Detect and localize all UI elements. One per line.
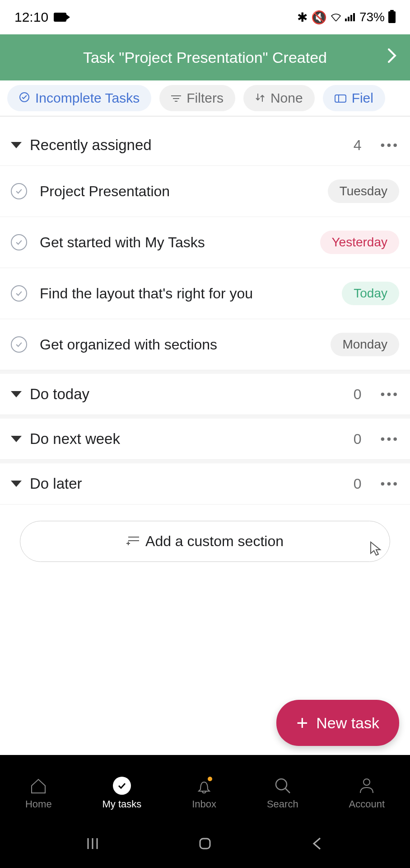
- nav-my-tasks-label: My tasks: [102, 798, 142, 810]
- nav-search[interactable]: Search: [267, 777, 298, 810]
- add-section-label: Add a custom section: [145, 533, 284, 550]
- task-complete-checkbox[interactable]: [11, 285, 27, 302]
- task-date-badge: Yesterday: [320, 231, 400, 254]
- task-title: Get organized with sections: [40, 336, 318, 353]
- home-icon: [29, 777, 47, 795]
- wifi-icon: [331, 10, 341, 24]
- chevron-down-icon: [11, 142, 22, 148]
- task-date-badge: Tuesday: [328, 179, 399, 203]
- nav-my-tasks[interactable]: My tasks: [102, 777, 142, 810]
- more-icon[interactable]: •••: [381, 432, 399, 446]
- more-icon[interactable]: •••: [381, 476, 399, 491]
- fields-icon: [335, 90, 346, 106]
- camera-icon: [54, 13, 66, 22]
- plus-icon: +: [296, 712, 308, 734]
- filter-filters[interactable]: Filters: [159, 85, 235, 111]
- filter-incomplete-label: Incomplete Tasks: [35, 90, 140, 106]
- android-back-icon[interactable]: [310, 836, 325, 854]
- nav-home[interactable]: Home: [25, 777, 52, 810]
- signal-icon: [345, 10, 356, 24]
- section-count: 0: [354, 431, 362, 448]
- svg-rect-3: [353, 13, 355, 21]
- task-date-badge: Today: [342, 282, 399, 305]
- nav-account-label: Account: [349, 798, 385, 810]
- bottom-nav: Home My tasks Inbox Search: [0, 755, 410, 827]
- svg-line-15: [285, 788, 290, 793]
- mute-icon: 🔇: [311, 10, 327, 25]
- sort-icon: [255, 90, 265, 106]
- task-complete-checkbox[interactable]: [11, 234, 27, 250]
- add-section-icon: [126, 533, 139, 550]
- filter-sort[interactable]: None: [243, 85, 315, 111]
- section-header-do-next-week[interactable]: Do next week 0 •••: [0, 419, 410, 460]
- battery-percent: 73%: [359, 10, 385, 24]
- svg-point-16: [363, 779, 370, 785]
- nav-inbox-label: Inbox: [192, 798, 216, 810]
- chevron-down-icon: [11, 436, 22, 442]
- task-date-badge: Monday: [331, 333, 399, 356]
- bell-icon: [195, 777, 213, 795]
- section-header-do-today[interactable]: Do today 0 •••: [0, 374, 410, 415]
- filter-filters-label: Filters: [186, 90, 224, 106]
- bottom-area: Home My tasks Inbox Search: [0, 755, 410, 868]
- chevron-right-icon: [387, 48, 396, 67]
- status-bar: 12:10 ✱ 🔇 73%: [0, 0, 410, 34]
- check-circle-filled-icon: [113, 777, 131, 795]
- more-icon[interactable]: •••: [381, 138, 399, 152]
- task-row[interactable]: Get started with My Tasks Yesterday: [0, 217, 410, 268]
- svg-rect-2: [350, 15, 352, 21]
- svg-rect-1: [348, 17, 349, 21]
- android-nav-bar: [0, 827, 410, 868]
- task-title: Find the layout that's right for you: [40, 285, 329, 302]
- section-count: 0: [354, 476, 362, 492]
- task-title: Get started with My Tasks: [40, 234, 308, 251]
- svg-rect-0: [345, 19, 347, 21]
- android-home-icon[interactable]: [198, 836, 212, 854]
- filter-incomplete-tasks[interactable]: Incomplete Tasks: [7, 85, 151, 111]
- nav-home-label: Home: [25, 798, 52, 810]
- nav-search-label: Search: [267, 798, 298, 810]
- toast-banner[interactable]: Task "Project Presentation" Created: [0, 34, 410, 80]
- fab-label: New task: [316, 714, 379, 732]
- svg-point-14: [276, 779, 287, 790]
- person-icon: [358, 777, 376, 795]
- task-complete-checkbox[interactable]: [11, 183, 27, 199]
- svg-rect-8: [335, 95, 346, 102]
- cursor-icon: [369, 541, 383, 561]
- task-row[interactable]: Find the layout that's right for you Tod…: [0, 268, 410, 319]
- filter-fields-label: Fiel: [352, 90, 373, 106]
- chevron-down-icon: [11, 391, 22, 397]
- section-header-recently-assigned[interactable]: Recently assigned 4 •••: [0, 117, 410, 166]
- filter-fields[interactable]: Fiel: [323, 85, 385, 111]
- status-time: 12:10: [14, 9, 48, 25]
- check-circle-icon: [19, 90, 30, 106]
- section-count: 4: [354, 137, 362, 154]
- chevron-down-icon: [11, 481, 22, 487]
- task-complete-checkbox[interactable]: [11, 336, 27, 353]
- bluetooth-icon: ✱: [297, 10, 308, 25]
- more-icon[interactable]: •••: [381, 387, 399, 401]
- section-count: 0: [354, 386, 362, 403]
- nav-inbox[interactable]: Inbox: [192, 777, 216, 810]
- task-row[interactable]: Get organized with sections Monday: [0, 319, 410, 370]
- battery-icon: [388, 11, 396, 23]
- section-header-do-later[interactable]: Do later 0 •••: [0, 463, 410, 505]
- filter-bar: Incomplete Tasks Filters None Fiel: [0, 80, 410, 117]
- section-title: Do later: [30, 475, 345, 492]
- filter-icon: [171, 90, 181, 106]
- new-task-button[interactable]: + New task: [276, 700, 399, 746]
- android-recent-icon[interactable]: [85, 836, 100, 854]
- section-title: Do next week: [30, 430, 345, 448]
- status-left: 12:10: [14, 9, 66, 25]
- nav-account[interactable]: Account: [349, 777, 385, 810]
- search-icon: [274, 777, 292, 795]
- task-title: Project Presentation: [40, 183, 315, 200]
- svg-rect-20: [200, 839, 210, 849]
- section-title: Do today: [30, 386, 345, 403]
- toast-message: Task "Project Presentation" Created: [83, 49, 327, 66]
- status-right: ✱ 🔇 73%: [297, 10, 396, 25]
- add-custom-section-button[interactable]: Add a custom section: [20, 521, 390, 562]
- task-row[interactable]: Project Presentation Tuesday: [0, 166, 410, 217]
- section-title: Recently assigned: [30, 137, 345, 154]
- filter-sort-label: None: [270, 90, 303, 106]
